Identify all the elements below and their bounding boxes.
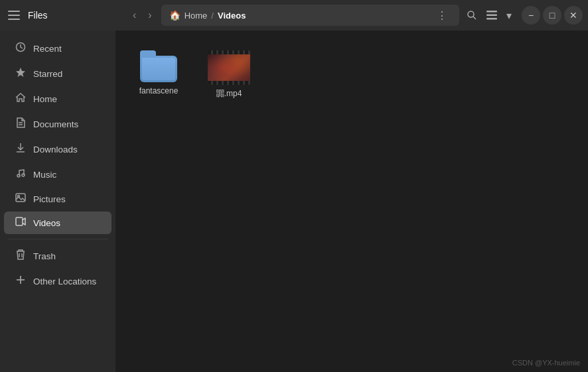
starred-icon (15, 67, 27, 80)
sidebar: Recent Starred Home (0, 31, 115, 372)
back-button[interactable]: ‹ (127, 7, 141, 24)
watermark: CSDN @YX-hueimie (512, 359, 580, 367)
svg-rect-1 (8, 15, 20, 16)
nav-arrows: ‹ › (127, 7, 157, 24)
sidebar-item-pictures[interactable]: Pictures (4, 188, 111, 210)
file-name-fantascene: fantascene (139, 86, 179, 97)
sidebar-item-music[interactable]: Music (4, 162, 111, 186)
minimize-button[interactable]: − (522, 6, 540, 25)
view-list-button[interactable] (483, 7, 500, 23)
sidebar-label-documents: Documents (33, 119, 78, 129)
svg-point-15 (22, 174, 25, 176)
folder-icon (140, 50, 177, 82)
sidebar-item-documents[interactable]: Documents (4, 112, 111, 136)
breadcrumb-separator: / (211, 11, 214, 21)
window-controls: − □ ✕ (522, 6, 583, 25)
breadcrumb-more-button[interactable]: ⋮ (433, 8, 451, 23)
sidebar-label-trash: Trash (33, 251, 56, 261)
view-dropdown-button[interactable]: ▾ (503, 6, 515, 25)
maximize-button[interactable]: □ (543, 6, 561, 25)
recent-icon (15, 42, 27, 55)
svg-rect-18 (16, 217, 23, 225)
sidebar-item-starred[interactable]: Starred (4, 62, 111, 86)
file-grid: fantascene 嚻.mp4 (129, 44, 575, 106)
app-title: Files (28, 10, 48, 21)
documents-icon (15, 117, 27, 131)
sidebar-label-recent: Recent (33, 44, 62, 54)
forward-button[interactable]: › (143, 7, 157, 24)
music-icon (15, 168, 27, 181)
svg-rect-5 (486, 11, 497, 13)
titlebar: Files ‹ › 🏠 Home / Videos ⋮ ▾ − □ (0, 0, 588, 31)
videos-icon (15, 217, 27, 229)
svg-rect-6 (486, 15, 497, 17)
sidebar-label-music: Music (33, 170, 56, 180)
svg-rect-0 (8, 11, 20, 12)
sidebar-item-recent[interactable]: Recent (4, 36, 111, 60)
svg-line-4 (473, 17, 476, 19)
sidebar-label-videos: Videos (33, 218, 60, 228)
hamburger-button[interactable] (5, 8, 23, 23)
sidebar-item-videos[interactable]: Videos (4, 212, 111, 234)
file-name-video: 嚻.mp4 (216, 89, 242, 99)
svg-point-14 (17, 174, 20, 177)
sidebar-item-other-locations[interactable]: Other Locations (4, 269, 111, 293)
video-filmstrip-bottom (208, 81, 250, 85)
svg-marker-9 (16, 68, 25, 77)
sidebar-label-downloads: Downloads (33, 145, 78, 155)
sidebar-label-other-locations: Other Locations (33, 277, 96, 286)
search-button[interactable] (463, 7, 480, 24)
downloads-icon (15, 143, 27, 156)
svg-rect-7 (486, 18, 497, 20)
sidebar-label-pictures: Pictures (33, 194, 66, 204)
folder-inner (142, 58, 175, 80)
content-area: fantascene 嚻.mp4 (115, 31, 588, 372)
titlebar-actions: ▾ (463, 6, 515, 25)
sidebar-item-home[interactable]: Home (4, 87, 111, 111)
trash-icon (15, 249, 27, 263)
sidebar-divider (8, 239, 108, 239)
sidebar-label-starred: Starred (33, 69, 62, 79)
svg-point-3 (468, 11, 474, 17)
titlebar-left: Files (5, 8, 121, 23)
breadcrumb-current: Videos (218, 11, 246, 21)
breadcrumb-bar[interactable]: 🏠 Home / Videos ⋮ (161, 5, 459, 26)
close-button[interactable]: ✕ (564, 6, 583, 25)
pictures-icon (15, 193, 27, 205)
sidebar-item-downloads[interactable]: Downloads (4, 137, 111, 161)
breadcrumb-home[interactable]: Home (184, 11, 208, 21)
main-area: Recent Starred Home (0, 31, 588, 372)
home-icon: 🏠 (169, 10, 181, 21)
video-thumb-overlay (208, 50, 250, 85)
video-thumbnail (208, 50, 250, 85)
folder-body (140, 56, 177, 82)
file-item-fantascene[interactable]: fantascene (129, 44, 188, 106)
file-item-video[interactable]: 嚻.mp4 (199, 44, 259, 106)
svg-rect-2 (8, 19, 20, 20)
sidebar-item-trash[interactable]: Trash (4, 244, 111, 268)
video-filmstrip-top (208, 50, 250, 54)
home-sidebar-icon (15, 92, 27, 105)
sidebar-label-home: Home (33, 94, 57, 104)
other-locations-icon (15, 275, 27, 288)
